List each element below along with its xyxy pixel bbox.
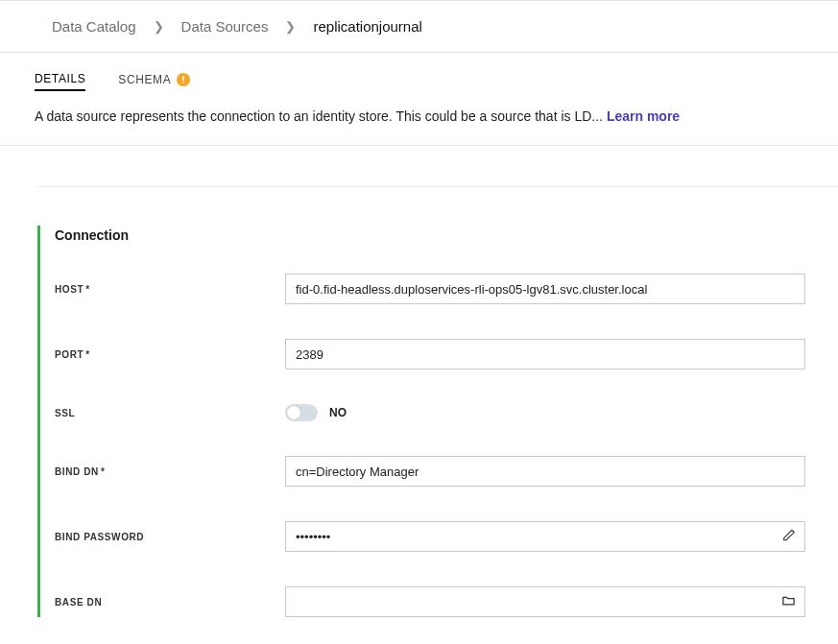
description: A data source represents the connection … bbox=[0, 91, 838, 146]
field-bind-dn: BIND DN* bbox=[55, 456, 838, 487]
ssl-toggle[interactable] bbox=[285, 404, 318, 421]
bind-dn-label: BIND DN* bbox=[55, 466, 285, 477]
tab-schema[interactable]: SCHEMA ! bbox=[118, 73, 190, 90]
port-label: PORT* bbox=[55, 349, 285, 360]
field-host: HOST* bbox=[55, 274, 838, 304]
folder-icon bbox=[781, 593, 796, 608]
host-label: HOST* bbox=[55, 284, 285, 295]
bind-password-label: BIND PASSWORD bbox=[55, 532, 285, 542]
tab-details[interactable]: DETAILS bbox=[35, 72, 85, 91]
tab-schema-label: SCHEMA bbox=[118, 73, 171, 86]
base-dn-input[interactable] bbox=[285, 586, 805, 617]
toggle-knob bbox=[287, 406, 300, 419]
bind-dn-input[interactable] bbox=[285, 456, 805, 487]
field-port: PORT* bbox=[55, 339, 838, 370]
host-input[interactable] bbox=[285, 274, 805, 304]
pencil-icon bbox=[782, 529, 796, 542]
port-input[interactable] bbox=[285, 339, 805, 370]
section-title: Connection bbox=[55, 227, 838, 243]
breadcrumb: Data Catalog ❯ Data Sources ❯ replicatio… bbox=[0, 0, 838, 53]
base-dn-label: BASE DN bbox=[55, 597, 285, 608]
ssl-toggle-state: NO bbox=[329, 406, 347, 419]
learn-more-link[interactable]: Learn more bbox=[607, 108, 680, 124]
ssl-label: SSL bbox=[55, 408, 285, 418]
description-text: A data source represents the connection … bbox=[35, 108, 607, 124]
connection-section: Connection HOST* PORT* SSL NO bbox=[37, 226, 838, 617]
breadcrumb-data-sources[interactable]: Data Sources bbox=[181, 18, 269, 35]
field-base-dn: BASE DN bbox=[55, 586, 838, 617]
chevron-right-icon: ❯ bbox=[285, 19, 296, 34]
field-ssl: SSL NO bbox=[55, 404, 838, 421]
browse-base-dn-button[interactable] bbox=[779, 591, 798, 612]
breadcrumb-data-catalog[interactable]: Data Catalog bbox=[52, 18, 136, 35]
warning-icon: ! bbox=[177, 73, 190, 86]
chevron-right-icon: ❯ bbox=[154, 19, 164, 34]
edit-password-button[interactable] bbox=[780, 527, 798, 547]
breadcrumb-current: replicationjournal bbox=[313, 18, 421, 35]
bind-password-input[interactable] bbox=[285, 521, 805, 552]
field-bind-password: BIND PASSWORD bbox=[55, 521, 838, 552]
tabs: DETAILS SCHEMA ! bbox=[0, 53, 838, 91]
